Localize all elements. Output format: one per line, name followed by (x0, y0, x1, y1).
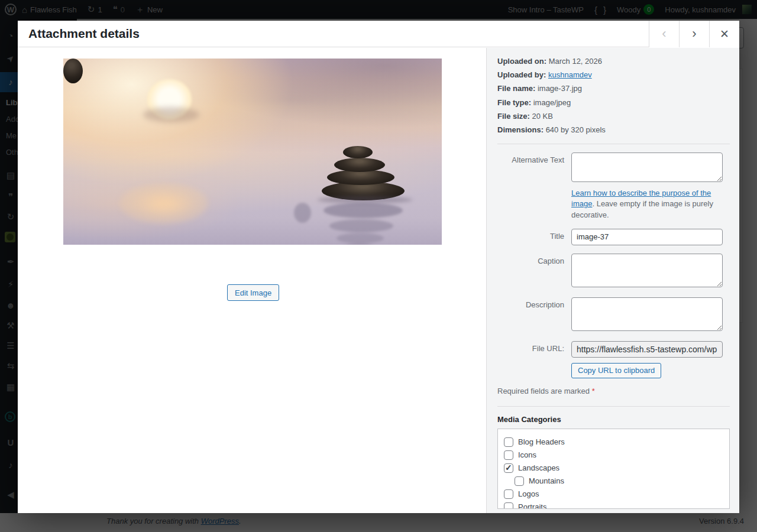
required-asterisk: * (592, 387, 595, 395)
dimensions-label: Dimensions: (497, 125, 544, 134)
category-label: Blog Headers (518, 437, 565, 446)
divider (497, 406, 730, 407)
caption-field[interactable] (571, 254, 723, 287)
attachment-image (63, 59, 442, 245)
caption-label: Caption (497, 254, 571, 289)
file-url-field[interactable] (571, 341, 723, 358)
category-label: Portraits (518, 502, 546, 509)
previous-attachment-button[interactable]: ‹ (649, 21, 679, 47)
required-fields-note: Required fields are marked * (497, 387, 730, 395)
category-landscapes[interactable]: Landscapes (504, 463, 723, 473)
file-name-label: File name: (497, 84, 535, 93)
description-field[interactable] (571, 297, 723, 331)
category-mountains[interactable]: Mountains (504, 476, 723, 486)
category-portraits[interactable]: Portraits (504, 502, 723, 509)
modal-header: Attachment details ‹ › ✕ (18, 21, 739, 47)
modal-title: Attachment details (18, 27, 140, 41)
file-type-label: File type: (497, 98, 531, 107)
uploaded-on-label: Uploaded on: (497, 57, 546, 66)
category-logos-checkbox[interactable] (504, 489, 513, 499)
title-field[interactable] (571, 229, 723, 245)
category-blog-headers-checkbox[interactable] (504, 437, 513, 447)
description-label: Description (497, 297, 571, 333)
uploaded-by-link[interactable]: kushnamdev (548, 70, 592, 79)
attachment-preview-area: Edit Image (18, 48, 486, 513)
next-attachment-button[interactable]: › (679, 21, 709, 47)
close-icon[interactable]: ✕ (709, 21, 739, 47)
category-portraits-checkbox[interactable] (504, 502, 513, 509)
category-label: Landscapes (518, 463, 559, 472)
category-mountains-checkbox[interactable] (515, 476, 524, 486)
alt-help-text: Learn how to describe the purpose of the… (571, 188, 723, 220)
media-categories-box: Blog Headers Icons Landscapes Mountains … (497, 429, 730, 509)
edit-image-button[interactable]: Edit Image (227, 284, 279, 301)
attachment-details-panel: Uploaded on: March 12, 2026 Uploaded by:… (486, 48, 739, 513)
category-label: Logos (518, 489, 539, 498)
file-url-label: File URL: (497, 341, 571, 378)
copy-url-button[interactable]: Copy URL to clipboard (571, 363, 661, 378)
file-size-label: File size: (497, 112, 530, 121)
media-categories-heading: Media Categories (497, 415, 730, 424)
category-label: Icons (518, 450, 536, 459)
file-type-value: image/jpeg (533, 98, 571, 107)
category-icons-checkbox[interactable] (504, 450, 513, 460)
alt-text-field[interactable] (571, 153, 723, 182)
alt-text-label: Alternative Text (497, 153, 571, 220)
title-label: Title (497, 229, 571, 245)
attachment-details-modal: Attachment details ‹ › ✕ (18, 21, 739, 513)
category-icons[interactable]: Icons (504, 450, 723, 460)
file-size-value: 20 KB (532, 112, 553, 121)
alt-help-rest: . Leave empty if the image is purely dec… (571, 199, 713, 219)
category-landscapes-checkbox[interactable] (504, 463, 513, 473)
uploaded-by-label: Uploaded by: (497, 70, 546, 79)
divider (497, 144, 730, 144)
category-blog-headers[interactable]: Blog Headers (504, 437, 723, 447)
category-logos[interactable]: Logos (504, 489, 723, 499)
uploaded-on-value: March 12, 2026 (549, 57, 602, 66)
attachment-meta: Uploaded on: March 12, 2026 Uploaded by:… (497, 56, 730, 135)
category-label: Mountains (529, 476, 564, 485)
dimensions-value: 640 by 320 pixels (546, 125, 606, 134)
file-name-value: image-37.jpg (538, 84, 582, 93)
